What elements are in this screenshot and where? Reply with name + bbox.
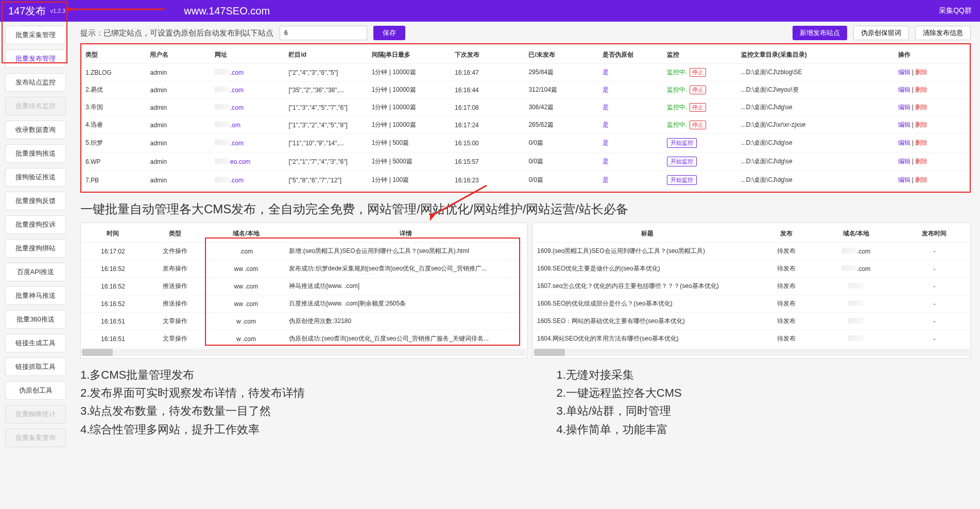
table-row: 2.易优admin .com["35","2","36","38",...1分钟… xyxy=(82,81,969,99)
feature-line: 2.发布界面可实时观察发布详情，待发布详情 xyxy=(80,384,495,402)
log-row: 16:16:52推送操作ww .com百度推送成功[www. .com]剩余额度… xyxy=(82,295,526,313)
log-row: 16:17:02文件操作.com新增:(seo黑帽工具)SEO会运用到哪什么工具… xyxy=(82,243,526,260)
delete-link[interactable]: 删除 xyxy=(915,158,927,165)
pending-row: 1605.SEO：网站的基础优化主要有哪些(seo基本优化)待发布 - xyxy=(534,313,969,330)
table-row: 7.PBadmin .com["5","8","6","7","12"]1分钟 … xyxy=(82,171,969,190)
pending-row: 1607.seo怎么优化？优化的内容主要包括哪些？？？(seo基本优化)待发布 … xyxy=(534,278,969,295)
token-input[interactable] xyxy=(280,26,367,40)
monitor-status: 监控中. xyxy=(667,86,687,93)
qq-group-link[interactable]: 采集QQ群 xyxy=(939,6,972,15)
pending-row: 1609.(seo黑帽工具)SEO会运用到哪什么工具？(seo黑帽工具)待发布 … xyxy=(534,243,969,260)
save-button[interactable]: 保存 xyxy=(373,26,405,40)
delete-link[interactable]: 删除 xyxy=(915,86,927,93)
delete-link[interactable]: 删除 xyxy=(915,121,927,128)
start-button[interactable]: 开始监控 xyxy=(667,138,697,148)
sidebar-item-4[interactable]: 收录数据查询 xyxy=(5,121,66,139)
edit-link[interactable]: 编辑 xyxy=(898,121,910,128)
masked xyxy=(215,177,230,182)
masked xyxy=(215,69,230,75)
log-row: 时间类型域名/本地详情 16:17:02文件操作.com新增:(seo黑帽工具)… xyxy=(80,223,971,359)
col-header: 网址 xyxy=(212,46,285,64)
sidebar-item-14[interactable]: 链接抓取工具 xyxy=(5,358,66,376)
stop-button[interactable]: 停止 xyxy=(690,121,706,129)
edit-link[interactable]: 编辑 xyxy=(898,69,910,76)
sidebar-item-13[interactable]: 链接生成工具 xyxy=(5,334,66,352)
reserve-words-button[interactable]: 伪原创保留词 xyxy=(853,26,909,40)
app-version: v1.2.3 xyxy=(50,8,65,14)
edit-link[interactable]: 编辑 xyxy=(898,86,910,93)
monitor-status: 监控中. xyxy=(667,69,687,76)
table-row: 5.织梦admin .com["11","10","9","14",...1分钟… xyxy=(82,134,969,152)
masked xyxy=(215,140,230,145)
feature-line: 3.单站/站群，同时管理 xyxy=(557,402,971,420)
stop-button[interactable]: 停止 xyxy=(690,68,706,77)
start-button[interactable]: 开始监控 xyxy=(667,175,697,185)
feature-line: 1.无缝对接采集 xyxy=(557,366,971,384)
masked xyxy=(215,158,230,164)
table-row: 1.ZBLOGadmin .com["2","4","3","6","5"]1分… xyxy=(82,64,969,81)
feature-line: 2.一键远程监控各大CMS xyxy=(557,384,971,402)
sidebar-item-0[interactable]: 批量采集管理 xyxy=(5,26,66,44)
clear-info-button[interactable]: 清除发布信息 xyxy=(915,26,971,40)
pending-row: 1608.SEO优化主要是做什么的(seo基本优化)待发布 .com- xyxy=(534,260,969,278)
sidebar-item-16: 批量蜘蛛统计 xyxy=(5,405,66,423)
sidebar-item-15[interactable]: 伪原创工具 xyxy=(5,381,66,400)
delete-link[interactable]: 删除 xyxy=(915,104,927,111)
sidebar-item-1[interactable]: 批量发布管理 xyxy=(5,49,66,68)
pending-row: 1604.网站SEO优化的常用方法有哪些(seo基本优化)待发布 - xyxy=(534,330,969,348)
add-site-button[interactable]: 新增发布站点 xyxy=(793,26,847,40)
edit-link[interactable]: 编辑 xyxy=(898,158,910,165)
table-row: 6.WPadmin eo.com["2","1","7","4","3","6"… xyxy=(82,152,969,171)
sidebar-item-5[interactable]: 批量搜狗推送 xyxy=(5,144,66,163)
monitor-status: 监控中. xyxy=(667,121,687,128)
edit-link[interactable]: 编辑 xyxy=(898,176,910,183)
log-row: 16:16:51文章操作w .com伪原创使用次数:32180 xyxy=(82,313,526,330)
log-right-panel: 标题发布域名/本地发布时间 1609.(seo黑帽工具)SEO会运用到哪什么工具… xyxy=(532,223,971,359)
tip-text: 提示：已绑定站点，可设置伪原创后自动发布到以下站点 xyxy=(80,28,273,38)
col-header: 已/未发布 xyxy=(525,46,599,64)
col-header: 间隔|单日最多 xyxy=(369,46,452,64)
sidebar-item-6[interactable]: 搜狗验证推送 xyxy=(5,168,66,186)
start-button[interactable]: 开始监控 xyxy=(667,157,697,166)
stop-button[interactable]: 停止 xyxy=(690,86,706,94)
headline: 一键批量自动管理各大CMS发布，全自动完全免费，网站管理/网站优化/网站维护/网… xyxy=(80,201,971,217)
scrollbar[interactable] xyxy=(534,349,969,356)
col-header: 用户名 xyxy=(147,46,211,64)
feature-line: 3.站点发布数量，待发布数量一目了然 xyxy=(80,402,495,420)
sidebar-item-7[interactable]: 批量搜狗反馈 xyxy=(5,192,66,210)
delete-link[interactable]: 删除 xyxy=(915,176,927,183)
pending-row: 1606.SEO的优化组成部分是什么？(seo基本优化)待发布 - xyxy=(534,295,969,313)
table-row: 3.帝国admin .com["1","3","4","5","7","6"]1… xyxy=(82,99,969,116)
sidebar: 批量采集管理批量发布管理发布站点监控批量排名监控收录数据查询批量搜狗推送搜狗验证… xyxy=(0,22,71,456)
feature-line: 4.操作简单，功能丰富 xyxy=(557,420,971,438)
sites-table-panel: 类型用户名网址栏目id间隔|单日最多下次发布已/未发布是否伪原创监控监控文章目录… xyxy=(80,43,971,193)
col-header: 类型 xyxy=(82,46,147,64)
sites-table: 类型用户名网址栏目id间隔|单日最多下次发布已/未发布是否伪原创监控监控文章目录… xyxy=(82,46,969,190)
sidebar-item-8[interactable]: 批量搜狗投诉 xyxy=(5,215,66,234)
features: 1.多CMS批量管理发布2.发布界面可实时观察发布详情，待发布详情3.站点发布数… xyxy=(80,366,971,438)
col-header: 监控 xyxy=(664,46,737,64)
masked xyxy=(215,87,230,92)
masked xyxy=(215,104,230,110)
masked xyxy=(215,122,230,127)
col-header: 下次发布 xyxy=(452,46,525,64)
col-header: 是否伪原创 xyxy=(599,46,664,64)
sidebar-item-10[interactable]: 百度API推送 xyxy=(5,263,66,281)
sidebar-item-9[interactable]: 批量搜狗绑站 xyxy=(5,239,66,258)
delete-link[interactable]: 删除 xyxy=(915,69,927,76)
log-row: 16:16:51文章操作w .com伪原创成功:(seo查询)seo优化_百度s… xyxy=(82,330,526,348)
scrollbar[interactable] xyxy=(82,349,526,356)
tip-row: 提示：已绑定站点，可设置伪原创后自动发布到以下站点 保存 新增发布站点 伪原创保… xyxy=(80,26,971,40)
edit-link[interactable]: 编辑 xyxy=(898,139,910,146)
log-row: 16:16:52推送操作ww .com神马推送成功[www. .com] xyxy=(82,278,526,295)
log-left-panel: 时间类型域名/本地详情 16:17:02文件操作.com新增:(seo黑帽工具)… xyxy=(80,223,527,359)
sidebar-item-3: 批量排名监控 xyxy=(5,97,66,115)
sidebar-item-11[interactable]: 批量神马推送 xyxy=(5,286,66,305)
delete-link[interactable]: 删除 xyxy=(915,139,927,146)
feature-line: 4.综合性管理多网站，提升工作效率 xyxy=(80,420,495,438)
edit-link[interactable]: 编辑 xyxy=(898,104,910,111)
col-header: 监控文章目录(采集目录) xyxy=(738,46,895,64)
sidebar-item-12[interactable]: 批量360推送 xyxy=(5,310,66,329)
stop-button[interactable]: 停止 xyxy=(690,103,706,112)
sidebar-item-2[interactable]: 发布站点监控 xyxy=(5,73,66,92)
